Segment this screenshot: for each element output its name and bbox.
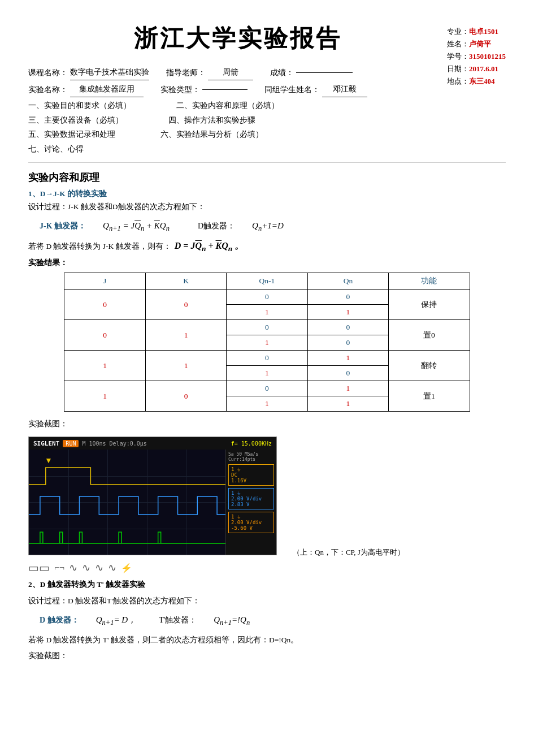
scope-timebase: M 100ns [82,440,106,447]
group-label: 同组学生姓名： [264,82,320,97]
j-val: 1 [64,351,145,381]
formula-line-1: J-K 触发器： Qn+1 = JQn + KQn D触发器： Qn+1=D [40,217,506,236]
name-val: 卢倚平 [469,40,491,48]
wave-icon-4: ∿ [82,561,90,574]
qn-val: 1 [307,381,388,396]
ch3-block: 1 ⏚ 2.00 V/div -5.60 V [228,512,274,533]
table-row: 0 1 0 0 置0 [64,320,470,335]
course-item: 课程名称： 数字电子技术基础实验 [28,64,149,80]
date-val: 2017.6.01 [469,64,498,73]
qn-val: 0 [307,320,388,335]
conclusion-line-1: 若将 D 触发器转换为 J-K 触发器，则有： D = JQn + KQn 。 [28,240,506,253]
scope-topbar: SIGLENT RUN M 100ns Delay:0.0μs f= 15.00… [29,437,276,450]
wave-icon-6: ∿ [108,561,116,574]
exp-val: 集成触发器应用 [70,81,144,97]
blue-wave [29,492,225,523]
teacher-item: 指导老师： 周箭 [166,64,253,80]
j-val: 0 [64,290,145,320]
part2-design-text: 设计过程：D 触发器和T'触发器的次态方程如下： [28,594,506,608]
yellow-wave [29,462,225,493]
green-wave [29,524,225,549]
major-val: 电卓1501 [469,27,498,36]
wave-icon-1: ▭▭ [28,561,50,574]
arrow-marker: ▼ [45,456,53,465]
jk-formula: Qn+1 = JQn + KQn [103,217,170,236]
scope-annotation: （上：Qn，下：CP, J为高电平时） [293,547,405,558]
conclusion-text: 若将 D 触发器转换为 J-K 触发器，则有： [28,241,171,252]
func-val: 置1 [389,381,470,412]
exp1-design-text: 设计过程：J-K 触发器和D触发器的次态方程如下： [28,200,506,214]
j-val: 0 [64,320,145,351]
scope-sample-info: Sa 50 MSa/sCurr:14pts [228,452,274,462]
table-row: 0 0 0 0 保持 [64,290,470,305]
qn-val: 1 [307,351,388,366]
screenshot-label: 实验截图： [28,417,506,431]
scope-freq: f= 15.000KHz [231,440,272,447]
id-label: 学号： [447,52,469,61]
group-val: 邓江毅 [322,81,367,97]
j-val: 1 [64,381,145,412]
major-label: 专业： [447,27,469,36]
table-row: 1 0 0 1 置1 [64,381,470,396]
qn1-val: 0 [227,381,307,396]
type-item: 实验类型： [160,81,248,97]
part2-formula-line: D 触发器： Qn+1= D， T'触发器： Qn+1=!Qn [40,611,506,630]
qn-val: 0 [307,290,388,305]
scope-right-panel: Sa 50 MSa/sCurr:14pts 1 ⏚ DC 1.16V 1 ⏚ 2… [225,450,276,555]
group-item: 同组学生姓名： 邓江毅 [264,81,367,97]
ch1-block: 1 ⏚ DC 1.16V [228,464,274,486]
jk-label: J-K 触发器： [40,218,86,234]
d-formula: Qn+1=D [252,217,284,236]
part2-title: 2、D 触发器转换为 T' 触发器实验 [28,578,506,591]
course-label: 课程名称： [28,65,68,80]
part2-d-label: D 触发器： [40,612,79,628]
divider-1 [28,162,506,163]
k-val: 1 [145,320,226,351]
part2-t-formula: Qn+1=!Qn [214,611,250,630]
col-qn: Qn [307,273,388,290]
type-label: 实验类型： [160,82,200,97]
wave-icon-2: ⌐¬ [54,563,64,573]
table-row: 1 1 0 1 翻转 [64,351,470,366]
result-table: J K Qn-1 Qn 功能 0 0 0 0 保持 1 1 0 1 0 0 置0… [64,273,470,412]
id-val: 3150101215 [469,52,506,61]
exp-label: 实验名称： [28,82,68,97]
main-title: 浙江大学实验报告 [134,23,342,54]
part2-t-label: T'触发器： [159,612,197,628]
run-badge: RUN [63,440,79,447]
scope-delay: Delay:0.0μs [110,440,147,447]
name-label: 姓名： [447,40,469,48]
place-val: 东三404 [469,77,495,85]
score-val [296,72,353,73]
k-val: 0 [145,381,226,412]
part2-d-formula: Qn+1= D， [96,611,137,630]
scope-bottom-icons: ▭▭ ⌐¬ ∿ ∿ ∿ ∿ ⚡ [28,561,506,574]
k-val: 0 [145,290,226,320]
func-val: 置0 [389,320,470,351]
info-row-1: 课程名称： 数字电子技术基础实验 指导老师： 周箭 成绩： [28,64,447,80]
part2-conclusion: 若将 D 触发器转换为 T' 触发器，则二者的次态方程须相等，因此有：D=!Qn… [28,633,506,647]
type-val [202,89,248,90]
qn1-val: 0 [227,290,307,305]
scope-waveform: ▼ [29,450,225,555]
teacher-label: 指导老师： [166,65,206,80]
ch2-block: 1 ⏚ 2.00 V/div 2.83 V [228,488,274,509]
qn1-val: 0 [227,320,307,335]
teacher-val: 周箭 [208,64,253,80]
col-qn1: Qn-1 [227,273,307,290]
info-row-2: 实验名称： 集成触发器应用 实验类型： 同组学生姓名： 邓江毅 [28,81,447,97]
title-block: 浙江大学实验报告 [28,23,447,54]
col-j: J [64,273,145,290]
wave-icon-7: ⚡ [121,563,132,573]
section-list: 一、实验目的和要求（必填）二、实验内容和原理（必填） 三、主要仪器设备（必填）四… [28,98,506,157]
scope-row: SIGLENT RUN M 100ns Delay:0.0μs f= 15.00… [28,433,506,558]
score-label: 成绩： [270,65,294,80]
qn1-val: 0 [227,351,307,366]
result-label: 实验结果： [28,258,506,268]
oscilloscope-display: SIGLENT RUN M 100ns Delay:0.0μs f= 15.00… [28,437,277,555]
place-label: 地点： [447,77,469,85]
conclusion-formula: D = JQn + KQn 。 [175,240,244,253]
col-k: K [145,273,226,290]
date-label: 日期： [447,64,469,73]
col-func: 功能 [389,273,470,290]
